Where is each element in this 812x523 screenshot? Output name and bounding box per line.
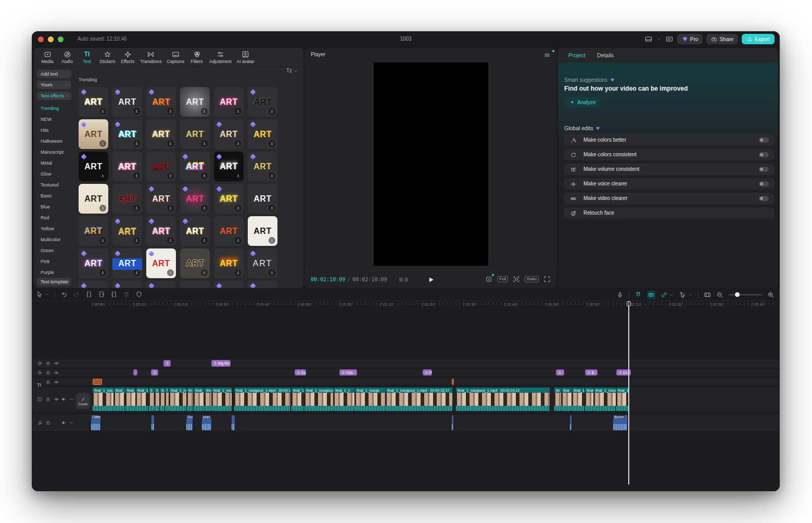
lock-icon[interactable] [45,370,51,376]
chevron-down-icon[interactable] [669,292,674,297]
video-clip[interactable]: fin [160,388,164,411]
analyze-button[interactable]: Analyze [564,97,601,108]
video-clip[interactable]: final_1_ [291,388,304,411]
video-clip[interactable]: final_1 [114,388,125,411]
download-icon[interactable] [99,140,106,147]
effect-tile[interactable]: ART [79,119,108,149]
effect-clip[interactable]: Big Mo [211,360,231,367]
timeline-zoom-slider[interactable] [729,294,762,295]
sidebar-category-hits[interactable]: Hits [37,124,71,135]
zoom-focus-icon[interactable] [513,276,520,283]
video-clip[interactable]: fr [155,388,159,411]
zoom-in-icon[interactable] [767,291,775,298]
video-clip[interactable]: final_1 [572,388,585,411]
video-clip[interactable]: fin [187,388,193,411]
effect-tile[interactable]: ART [248,87,277,117]
panel-layout-icon[interactable] [665,35,674,43]
chevron-down-icon[interactable] [44,292,49,297]
sidebar-category-pink[interactable]: Pink [37,256,71,267]
lock-icon[interactable] [45,379,51,385]
download-icon[interactable] [201,140,208,147]
effect-tile[interactable] [180,281,210,288]
effect-tile[interactable]: ART [248,184,277,214]
download-icon[interactable] [269,140,275,147]
trim-right-icon[interactable] [110,291,118,298]
download-icon[interactable] [167,205,174,211]
toolbar-item-text[interactable]: TIText [78,49,96,65]
toolbar-item-ai-avatar[interactable]: AI avatar [235,49,257,65]
toolbar-item-media[interactable]: Media [38,49,57,65]
sidebar-category-green[interactable]: Green [37,245,71,256]
download-icon[interactable] [269,237,275,244]
audio-clip[interactable] [452,415,453,430]
sort-dropdown[interactable]: Tz [286,68,298,73]
effect-tile[interactable]: ART [79,152,108,181]
effect-tile[interactable]: ART [248,248,277,278]
toolbar-item-adjustment[interactable]: Adjustment [207,49,234,65]
chevron-down-icon[interactable] [656,36,662,42]
cover-button[interactable]: Cover [76,393,90,409]
global-edit-make-volume-consistent[interactable]: Make volume consistent [564,164,774,175]
effect-clip[interactable]: P [423,369,432,376]
sidebar-category-glow[interactable]: Glow [37,168,71,179]
video-clip[interactable]: f [165,388,169,411]
effect-clip[interactable]: Eq [295,369,306,376]
toolbar-item-transitions[interactable]: Transitions [138,49,163,65]
select-tool-icon[interactable] [36,291,43,298]
sidebar-category-new[interactable]: NEW [37,114,71,124]
toggle-switch[interactable] [759,152,769,157]
eye-icon[interactable] [54,370,59,376]
download-icon[interactable] [167,237,174,244]
download-icon[interactable] [99,205,106,211]
download-icon[interactable] [167,140,174,147]
toolbar-item-effects[interactable]: Effects [118,49,137,65]
sidebar-category-trending[interactable]: Trending [37,103,71,114]
download-icon[interactable] [99,237,106,244]
effect-tile[interactable]: ART [146,216,176,246]
pro-button[interactable]: Pro [677,34,703,44]
effect-tile[interactable]: ART [79,184,108,214]
download-icon[interactable] [201,108,208,115]
effect-tile[interactable]: ART [180,184,210,214]
effect-clip[interactable] [556,369,564,376]
video-clip[interactable]: final_1_nocapcut_1.mp400:00:24:12 [456,388,550,411]
audio-clip[interactable] [570,415,572,430]
sidebar-category-red[interactable]: Red [37,212,71,223]
audio-clip[interactable]: Sur [186,415,193,430]
delete-icon[interactable] [123,291,130,298]
video-clip[interactable]: final_1_n [334,388,354,411]
effect-tile[interactable]: ART [146,119,176,149]
download-icon[interactable] [133,237,140,244]
record-voiceover-icon[interactable] [616,291,624,298]
media-icon[interactable] [37,396,43,402]
sidebar-category-multicolor[interactable]: Multicolor [37,234,71,245]
display-quality-icon[interactable]: d [485,276,492,283]
mask-icon[interactable] [135,291,143,298]
video-clip[interactable]: fin [554,388,561,411]
global-edit-make-colors-better[interactable]: Make colors better [564,134,774,146]
audio-clip[interactable]: prev [202,415,211,430]
sidebar-category-blue[interactable]: Blue [37,201,71,212]
effect-tile[interactable]: ART [214,184,244,214]
playhead[interactable] [628,301,629,484]
effect-tile[interactable]: ART [180,119,210,149]
effect-tile[interactable]: ART [248,216,277,246]
download-icon[interactable] [269,269,275,276]
effect-tile[interactable]: ART [180,152,210,181]
preview-frames-icon[interactable] [704,291,711,298]
zoom-out-icon[interactable] [716,291,724,298]
sidebar-category-basic[interactable]: Basic [37,190,71,201]
effect-tile[interactable] [79,281,108,288]
download-icon[interactable] [235,140,242,147]
download-icon[interactable] [201,172,208,179]
video-clip[interactable]: final_1_noca [212,388,232,411]
tab-project[interactable]: Project [568,52,586,58]
effect-tile[interactable]: ART [79,216,108,246]
download-icon[interactable] [133,172,140,179]
dots-icon[interactable] [69,420,74,426]
effect-tile[interactable]: ART [112,152,142,181]
tab-details[interactable]: Details [597,52,614,58]
effect-tile[interactable]: ART [214,119,244,149]
download-icon[interactable] [201,237,208,244]
effect-tile[interactable]: ART [146,152,176,181]
